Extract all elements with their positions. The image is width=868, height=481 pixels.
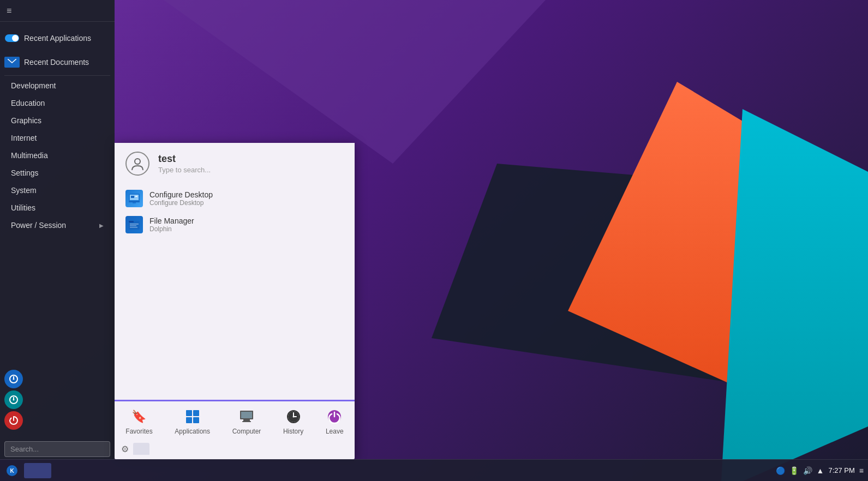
sidebar-item-label: Recent Documents — [24, 58, 89, 67]
taskbar-hamburger-icon[interactable]: ≡ — [859, 466, 864, 475]
search-bar[interactable] — [0, 441, 115, 457]
sidebar-item-internet[interactable]: Internet — [0, 129, 115, 147]
nav-applications-label: Applications — [175, 428, 210, 435]
recent-app-configure-desktop[interactable]: Configure Desktop Configure Desktop — [115, 185, 355, 212]
svg-rect-11 — [135, 196, 137, 197]
sidebar-item-label: Education — [11, 99, 45, 107]
svg-rect-15 — [129, 221, 134, 223]
svg-rect-22 — [193, 417, 199, 423]
file-manager-name: File Manager — [149, 217, 194, 225]
popup-footer: ⚙ — [115, 441, 355, 459]
left-panel: ≡ Recent Applications Recent Documents — [0, 0, 115, 459]
hamburger-icon[interactable]: ≡ — [7, 6, 11, 16]
sidebar-item-graphics[interactable]: Graphics — [0, 112, 115, 129]
svg-point-6 — [13, 399, 15, 401]
panel-header: ≡ — [0, 0, 115, 22]
bottom-icon-2[interactable] — [4, 390, 23, 409]
expand-icon: ▲ — [817, 466, 824, 475]
sidebar-item-label: Internet — [11, 134, 37, 142]
svg-point-31 — [292, 416, 294, 418]
file-manager-sub: Dolphin — [149, 225, 194, 233]
history-icon — [285, 408, 302, 425]
popup-header: test Type to search... — [115, 143, 355, 183]
svg-rect-20 — [193, 410, 199, 416]
svg-rect-21 — [186, 417, 192, 423]
bottom-icon-3[interactable] — [4, 411, 23, 430]
popup-panel: test Type to search... Configure Desktop… — [115, 143, 355, 459]
nav-applications[interactable]: Applications — [166, 406, 219, 437]
recent-apps-list: Configure Desktop Configure Desktop File… — [115, 183, 355, 400]
sidebar-item-system[interactable]: System — [0, 182, 115, 199]
sidebar-item-label: Power / Session — [11, 221, 66, 230]
bottom-icons — [0, 368, 115, 432]
battery-icon: 🔋 — [789, 466, 799, 475]
volume-icon: 🔊 — [803, 466, 812, 475]
svg-rect-16 — [130, 224, 139, 225]
kde-menu-button[interactable]: K — [2, 461, 22, 480]
svg-rect-17 — [130, 225, 136, 226]
search-input[interactable] — [4, 441, 110, 457]
search-hint: Type to search... — [158, 166, 344, 174]
taskbar-right: 🔵 🔋 🔊 ▲ 7:27 PM ≡ — [776, 466, 868, 475]
configure-desktop-icon — [125, 190, 143, 207]
sidebar-item-label: Graphics — [11, 116, 41, 125]
settings-gear-icon[interactable]: ⚙ — [121, 444, 129, 454]
nav-computer[interactable]: Computer — [224, 406, 270, 437]
configure-desktop-name: Configure Desktop — [149, 190, 213, 199]
menu-items: Recent Applications Recent Documents Dev… — [0, 22, 115, 238]
taskbar-window-1[interactable] — [24, 463, 51, 478]
nav-history-label: History — [283, 428, 303, 435]
svg-text:K: K — [10, 468, 14, 474]
sidebar-item-education[interactable]: Education — [0, 94, 115, 112]
email-icon — [4, 55, 20, 70]
nav-computer-label: Computer — [232, 428, 261, 435]
nav-favorites[interactable]: 🔖 Favorites — [117, 406, 161, 437]
user-info: test Type to search... — [158, 153, 344, 175]
configure-desktop-sub: Configure Desktop — [149, 199, 213, 207]
nav-history[interactable]: History — [274, 406, 312, 437]
bluetooth-icon: 🔵 — [776, 466, 785, 475]
favorites-icon: 🔖 — [130, 408, 148, 425]
file-manager-text: File Manager Dolphin — [149, 217, 194, 233]
popup-nav: 🔖 Favorites Applications — [115, 400, 355, 441]
recent-app-file-manager[interactable]: File Manager Dolphin — [115, 212, 355, 238]
toggle-icon — [4, 31, 20, 46]
sidebar-item-label: System — [11, 186, 37, 195]
sidebar-item-power-session[interactable]: Power / Session ▶ — [0, 217, 115, 234]
svg-point-3 — [13, 378, 15, 380]
sidebar-item-multimedia[interactable]: Multimedia — [0, 147, 115, 164]
sidebar-item-development[interactable]: Development — [0, 77, 115, 94]
svg-rect-12 — [129, 201, 140, 202]
footer-tab[interactable] — [133, 443, 149, 455]
nav-leave[interactable]: Leave — [317, 406, 352, 437]
file-manager-icon — [125, 216, 143, 233]
svg-rect-10 — [131, 196, 134, 198]
sidebar-item-recent-documents[interactable]: Recent Documents — [0, 50, 115, 74]
svg-rect-26 — [242, 421, 251, 422]
leave-icon — [326, 408, 343, 425]
sidebar-item-label: Settings — [11, 169, 39, 177]
arrow-right-icon: ▶ — [99, 223, 104, 229]
taskbar-left: K — [0, 461, 51, 480]
taskbar-time: 7:27 PM — [828, 466, 854, 474]
svg-rect-13 — [133, 202, 136, 203]
svg-rect-18 — [130, 227, 137, 228]
bottom-icon-1[interactable] — [4, 370, 23, 388]
svg-rect-25 — [243, 419, 250, 421]
taskbar: K 🔵 🔋 🔊 ▲ 7:27 PM ≡ — [0, 459, 868, 481]
svg-rect-19 — [186, 410, 192, 416]
user-avatar — [125, 152, 149, 176]
computer-icon — [238, 408, 255, 425]
sidebar-item-recent-applications[interactable]: Recent Applications — [0, 26, 115, 50]
sidebar-item-label: Recent Applications — [24, 34, 91, 43]
user-name: test — [158, 153, 344, 165]
sidebar-item-settings[interactable]: Settings — [0, 164, 115, 182]
applications-icon — [184, 408, 201, 425]
nav-favorites-label: Favorites — [125, 428, 152, 435]
sidebar-item-utilities[interactable]: Utilities — [0, 199, 115, 217]
svg-rect-24 — [241, 412, 252, 418]
configure-desktop-text: Configure Desktop Configure Desktop — [149, 190, 213, 207]
sidebar-item-label: Development — [11, 81, 56, 90]
sidebar-item-label: Multimedia — [11, 151, 48, 160]
sidebar-item-label: Utilities — [11, 203, 35, 212]
